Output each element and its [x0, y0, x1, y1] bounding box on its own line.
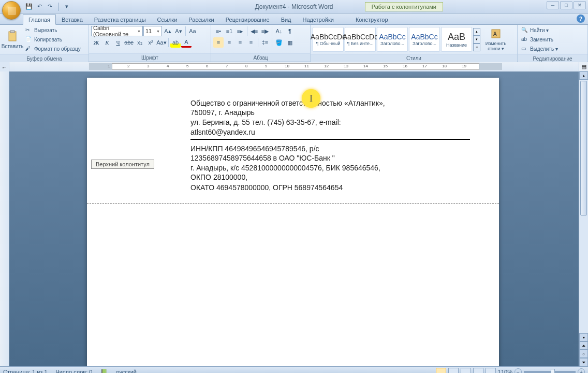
style-heading2[interactable]: AaBbCcЗаголово... — [409, 27, 440, 52]
change-case-button[interactable]: Aa▾ — [156, 37, 167, 48]
page[interactable]: I Общество с ограниченной ответственност… — [87, 78, 499, 366]
minimize-button[interactable]: ─ — [547, 1, 559, 9]
copy-button[interactable]: 📄Копировать — [24, 35, 82, 44]
style-title[interactable]: АаВНазвание — [441, 27, 472, 52]
view-full-screen[interactable] — [448, 368, 459, 373]
justify-button[interactable]: ≡ — [246, 37, 256, 48]
undo-icon[interactable]: ↶ — [35, 3, 43, 11]
zoom-thumb[interactable] — [551, 369, 555, 373]
tab-selector[interactable]: ⌐ — [0, 62, 9, 71]
status-words[interactable]: Число слов: 0 — [56, 369, 93, 373]
header-line-3[interactable]: ИНН/КПП 46498496546945789546, р/с 123568… — [190, 144, 395, 163]
style-gallery-down[interactable]: ▾ — [473, 36, 480, 44]
close-button[interactable]: ✕ — [574, 1, 586, 9]
replace-button[interactable]: abЗаменить — [520, 35, 560, 44]
office-button[interactable] — [2, 1, 21, 20]
maximize-button[interactable]: □ — [560, 1, 572, 9]
bold-button[interactable]: Ж — [91, 37, 101, 48]
shading-button[interactable]: 🪣 — [274, 37, 284, 48]
style-gallery-up[interactable]: ▴ — [473, 28, 480, 36]
highlight-button[interactable]: ab — [170, 37, 181, 48]
clear-formatting-button[interactable]: Aa — [187, 26, 198, 36]
font-color-button[interactable]: A — [181, 37, 192, 48]
qat-customize-icon[interactable]: ▾ — [63, 3, 71, 11]
paste-button[interactable]: Вставить — [2, 26, 23, 53]
tab-addins[interactable]: Надстройки — [297, 15, 340, 24]
tab-references[interactable]: Ссылки — [152, 15, 183, 24]
view-web-layout[interactable] — [461, 368, 471, 373]
status-proofing-icon[interactable]: 📗 — [100, 369, 108, 374]
align-center-button[interactable]: ≡ — [224, 37, 234, 48]
strike-button[interactable]: abc — [124, 37, 134, 48]
zoom-level[interactable]: 110% — [498, 369, 512, 373]
zoom-slider[interactable] — [524, 371, 576, 373]
sort-button[interactable]: A↓ — [274, 26, 284, 36]
increase-indent-button[interactable]: ≡▶ — [260, 26, 270, 36]
tab-home[interactable]: Главная — [23, 15, 56, 25]
style-normal[interactable]: AaBbCcDc¶ Обычный — [313, 27, 344, 52]
line-spacing-button[interactable]: ‡≡ — [260, 37, 270, 48]
redo-icon[interactable]: ↷ — [46, 3, 54, 11]
scroll-down-button[interactable]: ▾ — [579, 333, 588, 341]
ruler-toggle[interactable]: ▤ — [579, 62, 588, 71]
tab-design[interactable]: Конструктор — [350, 15, 394, 24]
tab-page-layout[interactable]: Разметка страницы — [89, 15, 152, 24]
numbering-button[interactable]: ≡1 — [224, 26, 234, 36]
subscript-button[interactable]: x₂ — [135, 37, 145, 48]
prev-page-button[interactable]: ⏶ — [579, 341, 588, 350]
browse-object-button[interactable]: ○ — [579, 350, 588, 358]
cut-button[interactable]: ✂Вырезать — [24, 26, 82, 35]
next-page-button[interactable]: ⏷ — [579, 358, 588, 366]
horizontal-ruler[interactable]: 12345678910111213141516171819 — [9, 62, 579, 71]
superscript-button[interactable]: x² — [145, 37, 156, 48]
header-section[interactable]: I Общество с ограниченной ответственност… — [87, 78, 499, 204]
vertical-ruler[interactable] — [0, 71, 9, 366]
chevron-down-icon: ▼ — [156, 30, 160, 33]
find-button[interactable]: 🔍Найти ▾ — [520, 26, 560, 35]
grow-font-button[interactable]: A▴ — [163, 26, 173, 36]
document-canvas[interactable]: I Общество с ограниченной ответственност… — [9, 71, 579, 366]
scroll-up-button[interactable]: ▴ — [579, 71, 588, 80]
header-line-1[interactable]: Общество с ограниченной ответственностью… — [190, 98, 395, 117]
align-right-button[interactable]: ≡ — [235, 37, 245, 48]
multilevel-button[interactable]: ≡▸ — [235, 26, 245, 36]
change-styles-button[interactable]: A Изменить стили ▾ — [481, 26, 510, 53]
style-gallery-more[interactable]: ≡ — [473, 44, 480, 51]
header-line-2[interactable]: ул. Беринга, д. 55 тел. (745) 63-35-67, … — [190, 118, 395, 136]
chevron-down-icon: ▼ — [137, 30, 141, 33]
tab-insert[interactable]: Вставка — [56, 15, 89, 24]
tab-mailings[interactable]: Рассылки — [183, 15, 219, 24]
zoom-out-button[interactable]: − — [514, 368, 522, 373]
view-print-layout[interactable] — [436, 368, 446, 373]
tab-view[interactable]: Вид — [275, 15, 297, 24]
view-outline[interactable] — [473, 368, 483, 373]
borders-button[interactable]: ▦ — [285, 37, 295, 48]
select-button[interactable]: ▭Выделить ▾ — [520, 45, 560, 53]
scroll-thumb[interactable] — [580, 81, 587, 216]
save-icon[interactable]: 💾 — [25, 3, 33, 11]
style-gallery: AaBbCcDc¶ Обычный AaBbCcDc¶ Без инте... … — [313, 27, 480, 52]
style-no-spacing[interactable]: AaBbCcDc¶ Без инте... — [345, 27, 376, 52]
status-language[interactable]: русский — [116, 369, 136, 373]
zoom-in-button[interactable]: + — [578, 368, 585, 373]
show-marks-button[interactable]: ¶ — [285, 26, 295, 36]
help-icon[interactable]: ? — [577, 15, 585, 23]
font-name-combo[interactable]: Calibri (Основной те▼ — [91, 26, 143, 36]
bullets-button[interactable]: ≡▪ — [213, 26, 224, 36]
ruler-mark: 14 — [363, 64, 368, 68]
header-line-4[interactable]: г. Анадырь, к/с 45281000000000004576, БИ… — [190, 163, 395, 182]
svg-rect-1 — [10, 31, 14, 33]
view-draft[interactable] — [486, 368, 496, 373]
shrink-font-button[interactable]: A▾ — [173, 26, 184, 36]
style-heading1[interactable]: AaBbCcЗаголово... — [377, 27, 408, 52]
font-size-combo[interactable]: 11▼ — [143, 26, 162, 36]
tab-review[interactable]: Рецензирование — [220, 15, 275, 24]
status-page[interactable]: Страница: 1 из 1 — [3, 369, 48, 373]
align-left-button[interactable]: ≡ — [213, 37, 224, 48]
ruler-mark: 12 — [324, 64, 329, 68]
underline-button[interactable]: Ч — [113, 37, 123, 48]
decrease-indent-button[interactable]: ◀≡ — [249, 26, 259, 36]
header-line-5[interactable]: ОКАТО 4694578000000, ОГРН 568974564654 — [190, 183, 395, 192]
italic-button[interactable]: К — [102, 37, 112, 48]
format-painter-button[interactable]: 🖌Формат по образцу — [24, 45, 82, 53]
